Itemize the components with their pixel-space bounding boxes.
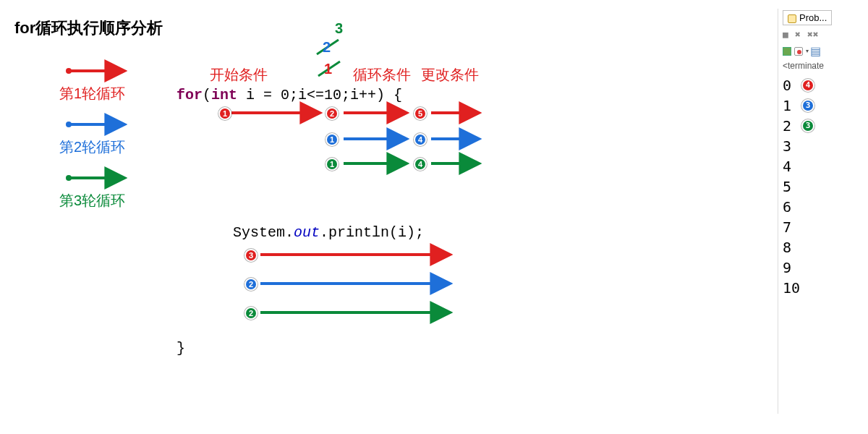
open-console-icon[interactable]: ▤ <box>810 44 820 58</box>
svg-point-3 <box>66 122 72 127</box>
console-line-5: 5 <box>783 176 864 197</box>
code-out: out <box>294 224 320 241</box>
console-line-10: 10 <box>783 278 864 298</box>
problems-icon <box>788 14 796 23</box>
strikeout-3: 3 <box>335 20 343 37</box>
console-tab-label: Prob... <box>799 12 827 23</box>
remove-all-icon[interactable]: ✖✖ <box>807 29 817 40</box>
console-line-4: 4 <box>783 156 864 176</box>
console-toolbar-row2: ▾▤ <box>778 43 868 59</box>
console-panel: Prob... ■✖✖✖ ▾▤ <terminate 04 13 23 3 4 … <box>778 9 868 414</box>
console-status: <terminate <box>778 59 868 72</box>
code-kw-for: for <box>176 87 203 103</box>
console-output: 04 13 23 3 4 5 6 7 8 9 10 <box>778 72 868 301</box>
display-dropdown-icon[interactable]: ▾ <box>806 48 809 54</box>
pin-console-icon[interactable] <box>794 47 803 56</box>
badge-println-blue: 2 <box>244 278 258 291</box>
console-badge-1: 3 <box>801 99 814 112</box>
badge-red-2: 2 <box>326 107 339 120</box>
label-update-condition: 更改条件 <box>421 65 479 85</box>
badge-green-1: 1 <box>326 158 339 171</box>
code-paren: ( <box>203 87 211 103</box>
console-tab[interactable]: Prob... <box>783 10 832 25</box>
svg-point-5 <box>66 175 72 181</box>
badge-blue-4: 4 <box>414 133 427 146</box>
legend-loop2: 第2轮循环 <box>59 137 125 157</box>
badge-println-red: 3 <box>244 249 258 262</box>
console-badge-2: 3 <box>801 119 814 132</box>
label-loop-condition: 循环条件 <box>353 65 411 85</box>
console-toolbar: ■✖✖✖ <box>778 25 868 43</box>
console-line-9: 9 <box>783 258 864 278</box>
code-for-line: for(int i = 0;i<=10;i++) { <box>176 87 402 103</box>
console-line-6: 6 <box>783 197 864 217</box>
legend-loop1: 第1轮循环 <box>59 84 125 103</box>
label-start-condition: 开始条件 <box>210 65 268 85</box>
console-line-2: 23 <box>783 116 864 136</box>
badge-println-green: 2 <box>244 307 258 320</box>
strikeout-1: 1 <box>324 61 332 77</box>
strikeout-2: 2 <box>323 39 331 56</box>
badge-blue-1: 1 <box>326 133 339 146</box>
code-for-rest: i = 0;i<=10;i++) { <box>237 87 402 103</box>
page-title: for循环执行顺序分析 <box>14 17 163 39</box>
code-system: System. <box>233 224 294 241</box>
console-line-7: 7 <box>783 217 864 237</box>
code-close-brace: } <box>176 340 185 357</box>
svg-point-1 <box>66 68 72 74</box>
code-kw-int: int <box>211 87 237 103</box>
code-println: .println(i); <box>320 224 424 241</box>
console-badge-0: 4 <box>801 79 814 92</box>
console-line-0: 04 <box>783 75 864 95</box>
console-line-8: 8 <box>783 237 864 258</box>
badge-green-4: 4 <box>414 158 427 171</box>
legend-loop3: 第3轮循环 <box>59 191 125 210</box>
remove-icon[interactable]: ✖ <box>795 29 804 40</box>
code-println-line: System.out.println(i); <box>233 224 424 241</box>
console-line-1: 13 <box>783 95 864 116</box>
badge-red-1: 1 <box>218 107 231 120</box>
stop-icon[interactable]: ■ <box>783 29 792 40</box>
console-line-3: 3 <box>783 136 864 156</box>
scroll-lock-icon[interactable] <box>783 47 791 56</box>
badge-red-5: 5 <box>414 107 427 120</box>
